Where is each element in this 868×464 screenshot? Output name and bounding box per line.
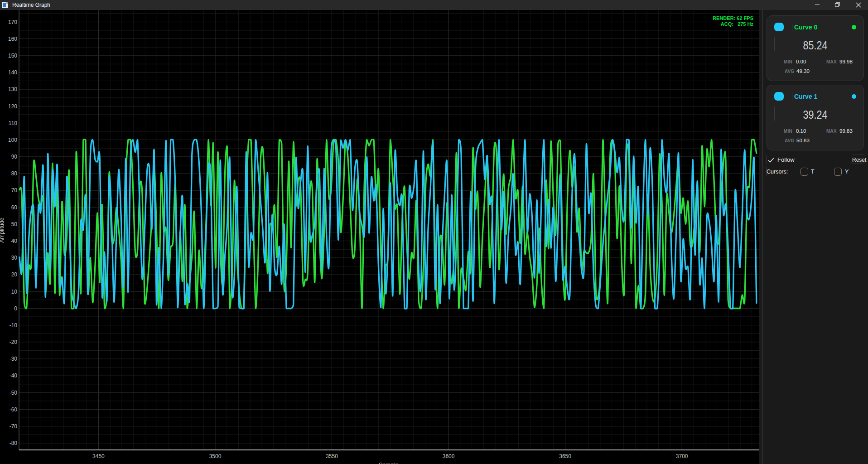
svg-text:150: 150 [8, 53, 17, 59]
svg-text:-50: -50 [10, 390, 18, 396]
svg-text:10: 10 [11, 289, 18, 295]
svg-text:-30: -30 [10, 356, 18, 362]
svg-text:110: 110 [9, 120, 17, 126]
svg-text:-10: -10 [10, 322, 18, 329]
svg-text:170: 170 [8, 19, 17, 25]
svg-text:30: 30 [11, 255, 18, 261]
svg-text:60: 60 [11, 204, 18, 211]
svg-text:100: 100 [8, 137, 17, 143]
svg-text:Amplitude: Amplitude [0, 218, 5, 243]
svg-text:0: 0 [14, 305, 17, 312]
svg-text:3600: 3600 [443, 453, 455, 459]
svg-text:120: 120 [8, 103, 17, 110]
svg-text:160: 160 [8, 36, 17, 42]
svg-text:140: 140 [8, 69, 17, 76]
svg-text:3700: 3700 [676, 453, 688, 459]
svg-text:RENDER: 62 FPS: RENDER: 62 FPS [713, 15, 753, 21]
svg-text:-20: -20 [10, 339, 18, 345]
svg-text:3650: 3650 [559, 453, 571, 459]
svg-text:ACQ: 275 Hz: ACQ: 275 Hz [721, 21, 754, 27]
svg-text:-40: -40 [10, 372, 18, 379]
svg-text:-80: -80 [10, 440, 18, 446]
svg-text:20: 20 [11, 271, 18, 278]
svg-text:3500: 3500 [209, 453, 222, 459]
svg-text:130: 130 [8, 86, 17, 92]
svg-text:3450: 3450 [92, 453, 105, 459]
svg-text:Sample: Sample [379, 461, 399, 464]
svg-text:50: 50 [11, 221, 18, 227]
svg-text:-70: -70 [10, 423, 18, 430]
svg-text:3550: 3550 [326, 453, 338, 459]
svg-text:90: 90 [11, 154, 18, 160]
svg-text:80: 80 [11, 170, 18, 177]
svg-text:40: 40 [11, 238, 18, 244]
svg-text:70: 70 [11, 187, 18, 193]
svg-text:-60: -60 [10, 406, 18, 413]
